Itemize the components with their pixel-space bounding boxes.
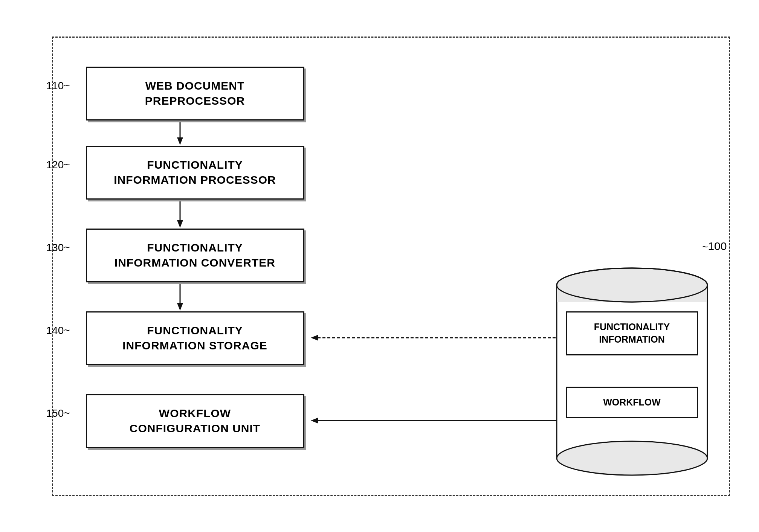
block-150: WORKFLOW CONFIGURATION UNIT xyxy=(86,394,304,448)
block-110-wrapper: 110~ WEB DOCUMENT PREPROCESSOR xyxy=(86,67,304,120)
db-block-fi: FUNCTIONALITY INFORMATION xyxy=(566,311,698,356)
block-110: WEB DOCUMENT PREPROCESSOR xyxy=(86,67,304,120)
svg-point-15 xyxy=(557,441,707,475)
block-140: FUNCTIONALITY INFORMATION STORAGE xyxy=(86,311,304,365)
block-150-wrapper: 150~ WORKFLOW CONFIGURATION UNIT xyxy=(86,394,304,448)
block-130: FUNCTIONALITY INFORMATION CONVERTER xyxy=(86,229,304,282)
label-150: 150~ xyxy=(46,407,70,419)
svg-rect-13 xyxy=(557,285,707,458)
block-140-wrapper: 140~ FUNCTIONALITY INFORMATION STORAGE xyxy=(86,311,304,365)
block-120-wrapper: 120~ FUNCTIONALITY INFORMATION PROCESSOR xyxy=(86,146,304,200)
label-130: 130~ xyxy=(46,242,70,254)
cylinder-svg xyxy=(549,262,715,477)
db-block-wf: WORKFLOW xyxy=(566,387,698,418)
label-120: 120~ xyxy=(46,159,70,171)
label-140: 140~ xyxy=(46,325,70,337)
database-cylinder: FUNCTIONALITY INFORMATION WORKFLOW xyxy=(549,262,715,479)
block-130-wrapper: 130~ FUNCTIONALITY INFORMATION CONVERTER xyxy=(86,229,304,282)
label-100: ~100 xyxy=(702,240,727,253)
svg-rect-16 xyxy=(557,285,707,302)
block-120: FUNCTIONALITY INFORMATION PROCESSOR xyxy=(86,146,304,200)
label-110: 110~ xyxy=(46,80,70,92)
diagram: ~100 110~ WEB DOCUMENT PREPROCESSOR xyxy=(22,21,738,511)
